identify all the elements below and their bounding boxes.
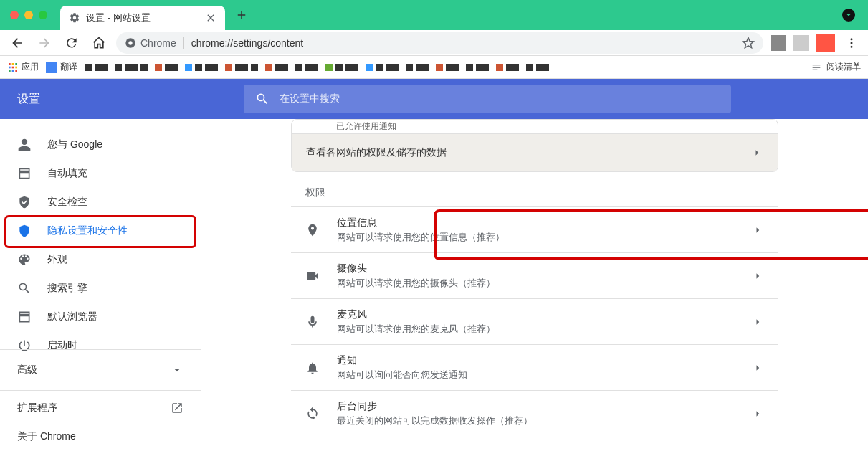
browser-toolbar: Chrome chrome://settings/content xyxy=(0,30,868,56)
bookmark-folder-7[interactable] xyxy=(295,64,318,71)
back-button[interactable] xyxy=(7,33,27,53)
chevron-right-icon xyxy=(751,270,764,283)
chevron-right-icon xyxy=(751,224,764,237)
location-icon xyxy=(305,223,320,237)
sidebar-item-autofill[interactable]: 自动填充 xyxy=(0,159,195,188)
forward-button[interactable] xyxy=(34,33,54,53)
address-bar[interactable]: Chrome chrome://settings/content xyxy=(116,32,763,54)
sidebar-item-privacy-security[interactable]: 隐私设置和安全性 xyxy=(0,217,195,245)
autofill-icon xyxy=(17,166,32,181)
titlebar-right-badge[interactable] xyxy=(842,9,855,22)
bookmark-folder-14[interactable] xyxy=(526,64,549,71)
browser-icon xyxy=(17,310,32,324)
search-placeholder: 在设置中搜索 xyxy=(280,92,340,105)
bookmark-folder-1[interactable] xyxy=(85,64,108,71)
sidebar-item-label: 默认浏览器 xyxy=(47,310,97,323)
translate-icon xyxy=(46,62,57,73)
permission-subtitle: 网站可以询问能否向您发送通知 xyxy=(337,369,734,381)
extension-icon-1[interactable] xyxy=(771,35,786,51)
sidebar-about-chrome[interactable]: 关于 Chrome xyxy=(0,422,201,451)
about-label: 关于 Chrome xyxy=(17,430,76,443)
sidebar-extensions-link[interactable]: 扩展程序 xyxy=(0,394,201,422)
extension-icon-2[interactable] xyxy=(793,35,809,51)
sidebar-advanced-toggle[interactable]: 高级 xyxy=(0,353,201,387)
permission-title: 通知 xyxy=(337,354,734,367)
bookmark-folder-4[interactable] xyxy=(185,64,218,71)
sidebar-item-default-browser[interactable]: 默认浏览器 xyxy=(0,303,195,331)
origin-label: Chrome xyxy=(140,37,176,49)
bookmark-folder-10[interactable] xyxy=(406,64,429,71)
sidebar-item-label: 隐私设置和安全性 xyxy=(47,224,128,237)
bookmark-folder-3[interactable] xyxy=(155,64,178,71)
permission-title: 位置信息 xyxy=(337,217,734,229)
bookmark-folder-2[interactable] xyxy=(115,64,148,71)
profile-avatar[interactable] xyxy=(816,34,835,52)
permission-row-camera[interactable]: 摄像头 网站可以请求使用您的摄像头（推荐） xyxy=(291,252,778,298)
svg-rect-9 xyxy=(12,66,14,68)
chevron-right-icon xyxy=(751,407,764,420)
window-maximize-button[interactable] xyxy=(39,11,47,19)
apps-icon xyxy=(7,62,19,73)
browser-menu-button[interactable] xyxy=(842,34,861,52)
bookmark-folder-13[interactable] xyxy=(496,64,519,71)
svg-rect-7 xyxy=(15,63,17,65)
settings-sidebar: 您与 Google 自动填充 安全检查 隐私设置和安全性 外观 搜索引擎 默认浏… xyxy=(0,119,201,451)
bookmark-folder-11[interactable] xyxy=(436,64,459,71)
tab-close-icon[interactable] xyxy=(205,12,216,24)
apps-shortcut[interactable]: 应用 xyxy=(7,61,39,73)
permission-row-microphone[interactable]: 麦克风 网站可以请求使用您的麦克风（推荐） xyxy=(291,298,778,344)
bookmark-folder-6[interactable] xyxy=(265,64,288,71)
svg-rect-5 xyxy=(9,63,11,65)
partial-visible-row: 已允许使用通知 xyxy=(292,120,778,134)
sidebar-item-label: 安全检查 xyxy=(47,196,87,209)
bookmarks-bar: 应用 翻译 阅读清单 xyxy=(0,56,868,79)
gear-icon xyxy=(69,12,80,24)
sidebar-item-label: 外观 xyxy=(47,253,67,266)
bookmark-folder-5[interactable] xyxy=(225,64,258,71)
permission-subtitle: 网站可以请求使用您的麦克风（推荐） xyxy=(337,323,734,336)
sidebar-item-label: 自动填充 xyxy=(47,167,87,180)
security-icon xyxy=(17,224,32,238)
search-icon xyxy=(17,281,32,295)
permission-title: 摄像头 xyxy=(337,262,734,275)
sidebar-item-appearance[interactable]: 外观 xyxy=(0,245,195,274)
sidebar-item-you-and-google[interactable]: 您与 Google xyxy=(0,130,195,159)
bookmark-star-icon[interactable] xyxy=(742,37,755,49)
home-button[interactable] xyxy=(89,33,109,53)
microphone-icon xyxy=(305,315,320,329)
camera-icon xyxy=(305,269,320,283)
new-tab-button[interactable] xyxy=(235,9,248,22)
permission-subtitle: 最近关闭的网站可以完成数据收发操作（推荐） xyxy=(337,414,734,427)
view-all-sites-row[interactable]: 查看各网站的权限及储存的数据 xyxy=(292,134,778,171)
svg-point-1 xyxy=(128,41,132,44)
advanced-label: 高级 xyxy=(17,364,37,376)
window-close-button[interactable] xyxy=(10,11,19,19)
chevron-right-icon xyxy=(751,361,764,374)
sidebar-item-safety-check[interactable]: 安全检查 xyxy=(0,188,195,217)
reading-list-button[interactable]: 阅读清单 xyxy=(811,61,861,73)
browser-tab[interactable]: 设置 - 网站设置 xyxy=(60,6,225,30)
chevron-down-icon xyxy=(171,364,183,376)
bookmark-translate[interactable]: 翻译 xyxy=(46,61,77,73)
permission-row-notifications[interactable]: 通知 网站可以询问能否向您发送通知 xyxy=(291,344,778,390)
permission-title: 后台同步 xyxy=(337,400,734,413)
chevron-right-icon xyxy=(751,315,764,328)
permission-row-location[interactable]: 位置信息 网站可以请求使用您的位置信息（推荐） xyxy=(291,206,778,252)
partial-sub: 已允许使用通知 xyxy=(336,120,396,133)
reload-button[interactable] xyxy=(62,33,82,53)
bookmark-folder-9[interactable] xyxy=(366,64,399,71)
shield-check-icon xyxy=(17,195,32,209)
permission-row-background-sync[interactable]: 后台同步 最近关闭的网站可以完成数据收发操作（推荐） xyxy=(291,390,778,436)
sidebar-item-label: 您与 Google xyxy=(47,138,102,151)
permission-subtitle: 网站可以请求使用您的位置信息（推荐） xyxy=(337,231,734,244)
svg-rect-6 xyxy=(12,63,14,65)
bookmark-folder-8[interactable] xyxy=(325,64,358,71)
svg-rect-12 xyxy=(12,70,14,72)
permission-subtitle: 网站可以请求使用您的摄像头（推荐） xyxy=(337,277,734,290)
window-minimize-button[interactable] xyxy=(24,11,33,19)
settings-search-input[interactable]: 在设置中搜索 xyxy=(244,85,731,113)
svg-point-4 xyxy=(851,45,853,47)
bookmark-folder-12[interactable] xyxy=(466,64,489,71)
sidebar-item-search-engine[interactable]: 搜索引擎 xyxy=(0,274,195,303)
settings-header: 设置 在设置中搜索 xyxy=(0,79,868,119)
